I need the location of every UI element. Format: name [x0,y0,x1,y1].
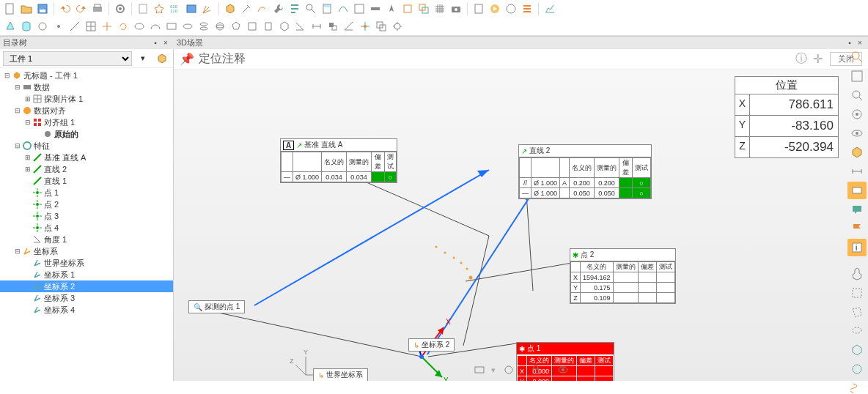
angle2-icon[interactable] [342,19,356,34]
tree-row[interactable]: 点 4 [0,222,173,234]
dash-icon[interactable] [368,1,383,16]
callout-datum-a[interactable]: A ↗基准 直线 A 名义的测量的偏差测试 —Ø 1.0000.0340.034… [280,138,397,183]
cube-tree-icon[interactable] [154,51,170,67]
cyl2-icon[interactable] [180,19,195,34]
angle-icon[interactable] [293,19,308,34]
poly-icon[interactable] [229,19,243,34]
lock-icon[interactable] [528,362,544,378]
compass-sq-icon[interactable] [352,1,367,16]
tree-row[interactable]: ⊞探测片体 1 [0,93,173,105]
comment-icon[interactable] [847,201,867,218]
tree-panel-close-icon[interactable]: × [161,38,171,48]
tree-row[interactable]: 角度 1 [0,234,173,245]
open-icon[interactable] [19,1,34,16]
zoom-in-icon[interactable] [847,86,867,104]
callout-line-2[interactable]: ↗直线 2 名义的测量的偏差测试 //Ø 1.000A0.2000.200○ —… [518,144,652,199]
visibility-icon[interactable] [847,124,867,142]
draw-icon[interactable] [255,1,270,16]
box-selectit-icon[interactable] [847,341,867,359]
tree-row[interactable]: 原始的 [0,128,173,140]
label-probe-point[interactable]: 🔍探测的点 1 [188,300,245,313]
callout-point-2[interactable]: ✱点 2 名义的测量的偏差测试 X1594.162 Y0.175 Z0.109 [570,248,676,304]
home-view-icon[interactable] [847,105,867,123]
dim-icon[interactable] [309,19,324,34]
dimension-icon[interactable] [847,163,867,180]
bits-icon[interactable]: 010110 [168,1,183,16]
tree-row[interactable]: 直线 1 [0,175,173,187]
tree-row[interactable]: ⊟数据对齐 [0,105,173,116]
annotation-mode-icon[interactable] [847,182,867,199]
print-icon[interactable] [90,1,105,16]
layers-icon[interactable] [374,19,389,34]
tree-row[interactable]: 坐标系 4 [0,304,173,316]
oval-icon[interactable] [132,19,147,34]
arc-icon[interactable] [148,19,163,34]
label-coord-2[interactable]: ↳坐标系 2 [408,338,455,352]
magic-icon[interactable] [239,1,254,16]
wrench-icon[interactable] [271,1,286,16]
lasso-select-icon[interactable] [847,322,867,340]
fit-all-icon[interactable] [847,67,867,85]
calc-icon[interactable] [320,1,334,16]
info-mode-icon[interactable]: i [847,239,867,256]
cube-icon[interactable] [223,1,238,16]
line-icon[interactable] [67,19,82,34]
doc-icon[interactable] [136,1,150,16]
tree-row[interactable]: 点 3 [0,210,173,222]
camera-icon[interactable] [449,1,463,16]
compass-icon[interactable] [384,1,399,16]
play-icon[interactable] [488,1,502,16]
list-icon[interactable] [520,1,534,16]
view-cube-icon[interactable] [847,144,867,161]
tree-row[interactable]: 坐标系 3 [0,292,173,304]
tree-row[interactable]: ⊞基准 直线 A [0,152,173,163]
stop-icon[interactable] [504,1,518,16]
swap-icon[interactable] [358,19,372,34]
redo-icon[interactable] [74,1,89,16]
dropdown-icon[interactable]: ▾ [135,51,151,67]
box-icon[interactable] [277,19,292,34]
stack2-icon[interactable] [213,19,227,34]
cube2-icon[interactable] [51,19,66,34]
pan-icon[interactable] [847,265,867,283]
poly-select-icon[interactable] [847,303,867,321]
info-icon[interactable]: ⓘ [795,51,807,67]
crosshair-icon[interactable]: ✛ [813,52,823,66]
tree-row[interactable]: 点 1 [0,187,173,198]
save-icon[interactable] [35,1,50,16]
tool-icon[interactable] [471,1,486,16]
board-icon[interactable] [184,1,199,16]
tree-row[interactable]: 坐标系 1 [0,269,173,280]
clip-icon[interactable] [400,1,415,16]
pin-icon[interactable] [326,19,340,34]
helix-icon[interactable] [847,379,867,394]
new-icon[interactable] [3,1,18,16]
tree-row[interactable]: ⊟无标题 - 工件 1 [0,70,173,81]
axis-star-icon[interactable] [200,1,215,16]
fit-view-icon[interactable] [471,362,487,378]
rect-select-icon[interactable] [847,284,867,302]
poly2-icon[interactable] [245,19,260,34]
grid2-icon[interactable] [84,19,98,34]
zoom-icon[interactable] [304,1,318,16]
undo-icon[interactable] [58,1,73,16]
star-icon[interactable] [152,1,166,16]
flag-icon[interactable] [847,220,867,237]
tree-row[interactable]: ⊟对齐组 1 [0,116,173,128]
settings-icon[interactable] [113,1,128,16]
grid-icon[interactable] [433,1,447,16]
label-world-coord[interactable]: ↳世界坐标系 [313,368,368,381]
tree-row[interactable]: ⊞直线 2 [0,163,173,175]
tree-row[interactable]: 世界坐标系 [0,257,173,269]
tree-row[interactable]: ⊟数据 [0,81,173,93]
clip2-icon[interactable] [416,1,431,16]
tree-panel-pin-icon[interactable]: ▪ [150,38,161,48]
cone-icon[interactable] [3,19,18,34]
tree-row[interactable]: 点 2 [0,198,173,210]
view-gear-icon[interactable] [500,362,516,378]
sphere-icon[interactable] [35,19,50,34]
tree-view[interactable]: ⊟无标题 - 工件 1⊟数据⊞探测片体 1⊟数据对齐⊟对齐组 1原始的⊟特征⊞基… [0,68,173,381]
rotate-icon[interactable] [116,19,130,34]
stack-icon[interactable] [196,19,211,34]
tree-row[interactable]: ⊟坐标系 [0,245,173,257]
